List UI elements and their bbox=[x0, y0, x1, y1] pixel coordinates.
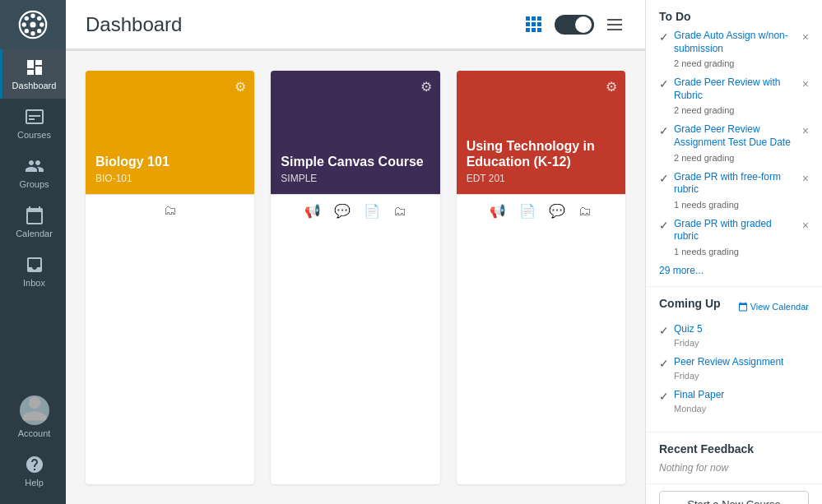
sidebar-item-courses[interactable]: Courses bbox=[0, 99, 66, 148]
todo-close-icon[interactable]: × bbox=[802, 219, 809, 232]
todo-item: ✓ Grade Peer Review Assignment Test Due … bbox=[659, 123, 809, 164]
sidebar-item-account[interactable]: Account bbox=[0, 387, 66, 446]
card-settings-icon[interactable]: ⚙ bbox=[420, 79, 432, 95]
todo-close-icon[interactable]: × bbox=[802, 172, 809, 185]
todo-close-icon[interactable]: × bbox=[802, 77, 809, 90]
card-title-edt201: Using Technology in Education (K-12) bbox=[467, 138, 615, 169]
announce-icon[interactable]: 📢 bbox=[490, 203, 506, 219]
todo-link[interactable]: Grade Peer Review with Rubric bbox=[674, 76, 799, 102]
grid-dot bbox=[537, 28, 541, 32]
coming-content: Peer Review Assignment Friday bbox=[674, 356, 783, 382]
menu-line bbox=[607, 19, 622, 21]
grid-dot bbox=[537, 16, 541, 21]
menu-line bbox=[607, 24, 622, 25]
folder-icon[interactable]: 🗂 bbox=[164, 203, 177, 218]
groups-label: Groups bbox=[19, 179, 49, 189]
recent-feedback-title: Recent Feedback bbox=[659, 442, 809, 455]
course-card-edt201: ⚙ Using Technology in Education (K-12) E… bbox=[457, 71, 625, 484]
sidebar: Dashboard Courses Groups Calendar Inbox bbox=[0, 0, 66, 504]
coming-item: ✓ Quiz 5 Friday bbox=[659, 323, 809, 349]
grid-dot bbox=[532, 28, 536, 32]
announce-icon[interactable]: 📢 bbox=[304, 203, 321, 219]
course-card-bio101: ⚙ Biology 101 BIO-101 🗂 bbox=[86, 71, 254, 484]
coming-day: Monday bbox=[674, 404, 706, 414]
menu-button[interactable] bbox=[604, 16, 625, 34]
todo-check-icon: ✓ bbox=[659, 172, 669, 185]
card-footer-edt201: 📢 📄 💬 🗂 bbox=[457, 194, 625, 227]
coming-item: ✓ Final Paper Monday bbox=[659, 389, 809, 415]
sidebar-item-dashboard[interactable]: Dashboard bbox=[0, 49, 66, 99]
inbox-label: Inbox bbox=[23, 278, 45, 288]
todo-content: Grade Peer Review Assignment Test Due Da… bbox=[674, 123, 799, 164]
sidebar-item-calendar[interactable]: Calendar bbox=[0, 197, 66, 247]
sidebar-item-groups[interactable]: Groups bbox=[0, 148, 66, 197]
course-card-simple: ⚙ Simple Canvas Course SIMPLE 📢 💬 📄 🗂 bbox=[271, 71, 439, 484]
sidebar-logo[interactable] bbox=[0, 0, 66, 49]
todo-close-icon[interactable]: × bbox=[802, 124, 809, 137]
todo-link[interactable]: Grade PR with free-form rubric bbox=[674, 171, 799, 197]
todo-content: Grade Auto Assign w/non-submission 2 nee… bbox=[674, 30, 799, 70]
avatar-icon bbox=[20, 395, 49, 423]
coming-check-icon: ✓ bbox=[659, 324, 669, 337]
view-calendar-label: View Calendar bbox=[750, 302, 809, 312]
coming-link[interactable]: Quiz 5 bbox=[674, 323, 703, 335]
page-title: Dashboard bbox=[86, 13, 182, 36]
todo-content: Grade Peer Review with Rubric 2 need gra… bbox=[674, 76, 799, 117]
todo-sub: 2 need grading bbox=[674, 105, 734, 115]
coming-link[interactable]: Peer Review Assignment bbox=[674, 356, 783, 368]
more-link[interactable]: 29 more... bbox=[659, 265, 809, 276]
folder-icon[interactable]: 🗂 bbox=[393, 204, 406, 219]
todo-content: Grade PR with graded rubric 1 needs grad… bbox=[674, 218, 799, 258]
svg-point-3 bbox=[22, 22, 26, 26]
grid-dot bbox=[532, 16, 536, 21]
file-icon[interactable]: 📄 bbox=[364, 203, 380, 219]
coming-up-section: Coming Up View Calendar ✓ Quiz 5 Friday … bbox=[646, 287, 822, 432]
coming-day: Friday bbox=[674, 338, 699, 348]
right-sidebar: To Do ✓ Grade Auto Assign w/non-submissi… bbox=[645, 0, 822, 504]
grid-view-button[interactable] bbox=[522, 13, 545, 35]
view-calendar-link[interactable]: View Calendar bbox=[738, 302, 809, 312]
coming-check-icon: ✓ bbox=[659, 357, 669, 370]
todo-link[interactable]: Grade PR with graded rubric bbox=[674, 218, 799, 243]
help-icon bbox=[25, 455, 44, 474]
svg-point-1 bbox=[30, 14, 35, 18]
todo-link[interactable]: Grade Auto Assign w/non-submission bbox=[674, 30, 799, 55]
chat-icon[interactable]: 💬 bbox=[334, 203, 351, 219]
calendar-small-icon bbox=[738, 302, 748, 312]
card-settings-icon[interactable]: ⚙ bbox=[606, 79, 617, 95]
todo-sub: 1 needs grading bbox=[674, 247, 739, 257]
coming-item: ✓ Peer Review Assignment Friday bbox=[659, 356, 809, 382]
card-subtitle-edt201: EDT 201 bbox=[467, 173, 615, 184]
main-content: Dashboard ⚙ Bi bbox=[66, 0, 645, 504]
view-toggle[interactable] bbox=[555, 15, 594, 35]
chat-icon[interactable]: 💬 bbox=[549, 203, 565, 219]
coming-up-header: Coming Up View Calendar bbox=[659, 297, 809, 317]
folder-icon[interactable]: 🗂 bbox=[578, 204, 592, 219]
todo-close-icon[interactable]: × bbox=[802, 30, 809, 44]
sidebar-item-inbox[interactable]: Inbox bbox=[0, 247, 66, 296]
avatar bbox=[20, 395, 49, 425]
calendar-icon bbox=[25, 206, 44, 225]
start-new-course-button[interactable]: Start a New Course bbox=[659, 491, 809, 504]
card-settings-icon[interactable]: ⚙ bbox=[235, 79, 246, 95]
todo-item: ✓ Grade PR with free-form rubric 1 needs… bbox=[659, 171, 809, 211]
svg-point-2 bbox=[30, 31, 35, 35]
file-icon[interactable]: 📄 bbox=[519, 203, 536, 219]
card-footer-bio101: 🗂 bbox=[86, 194, 254, 226]
coming-link[interactable]: Final Paper bbox=[674, 389, 724, 400]
coming-up-title: Coming Up bbox=[659, 297, 721, 310]
dashboard-label: Dashboard bbox=[12, 81, 57, 90]
todo-check-icon: ✓ bbox=[659, 30, 669, 44]
header-controls bbox=[522, 13, 625, 35]
sidebar-item-help[interactable]: Help bbox=[0, 446, 66, 496]
todo-title: To Do bbox=[659, 10, 809, 23]
coming-day: Friday bbox=[674, 371, 699, 381]
todo-link[interactable]: Grade Peer Review Assignment Test Due Da… bbox=[674, 123, 799, 149]
header: Dashboard bbox=[66, 0, 645, 49]
todo-check-icon: ✓ bbox=[659, 219, 669, 232]
coming-content: Final Paper Monday bbox=[674, 389, 724, 415]
card-header-bio101: ⚙ Biology 101 BIO-101 bbox=[86, 71, 254, 194]
card-subtitle-bio101: BIO-101 bbox=[95, 173, 244, 184]
grid-dot bbox=[526, 28, 530, 32]
recent-feedback-section: Recent Feedback Nothing for now bbox=[646, 432, 822, 484]
